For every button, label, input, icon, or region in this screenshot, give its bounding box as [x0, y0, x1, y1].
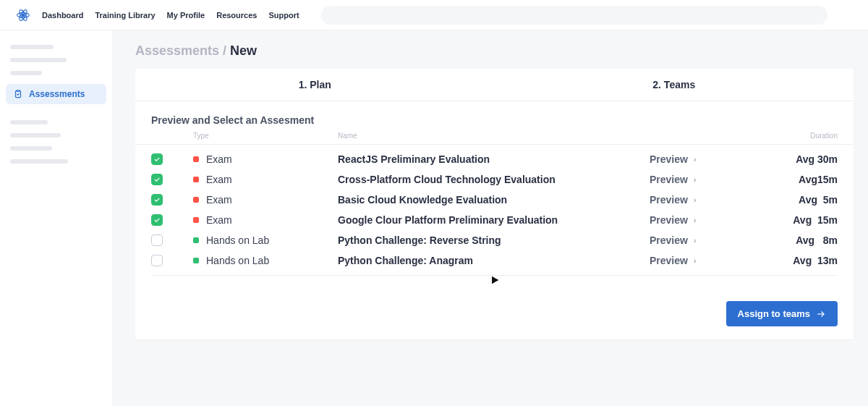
main-content: Assessments / New 1. Plan 2. Teams Previ…: [112, 30, 868, 406]
table-row: Hands on LabPython Challenge: Reverse St…: [135, 230, 854, 250]
row-preview-link[interactable]: Preview›: [650, 214, 765, 226]
step-teams[interactable]: 2. Teams: [495, 69, 854, 101]
svg-point-0: [22, 14, 25, 17]
chevron-right-icon: ›: [694, 216, 696, 224]
col-header-type: Type: [193, 132, 338, 140]
arrow-right-icon: [816, 309, 826, 319]
row-duration: Avg 13m: [765, 255, 838, 266]
sidebar-item-label: Assessments: [29, 89, 85, 99]
row-name: Python Challenge: Anagram: [338, 255, 650, 266]
col-header-name: Name: [338, 132, 650, 140]
atom-icon: [16, 8, 30, 22]
table-row: Hands on LabPython Challenge: AnagramPre…: [135, 250, 854, 271]
chevron-right-icon: ›: [694, 237, 696, 245]
lab-type-icon: [193, 237, 199, 243]
top-bar: Dashboard Training Library My Profile Re…: [0, 0, 868, 30]
breadcrumb: Assessments / New: [135, 43, 854, 59]
row-checkbox[interactable]: [151, 234, 163, 246]
row-duration: Avg 30m: [765, 153, 838, 165]
nav-my-profile[interactable]: My Profile: [167, 11, 205, 20]
nav-training-library[interactable]: Training Library: [95, 11, 155, 20]
section-title: Preview and Select an Assesment: [135, 101, 854, 132]
play-cursor-icon: [135, 274, 854, 289]
sidebar-skeleton: [10, 159, 68, 164]
table-row: ExamBasic Cloud Knowledge EvaluationPrev…: [135, 190, 854, 210]
row-preview-link[interactable]: Preview›: [650, 234, 765, 246]
row-name: Python Challenge: Reverse String: [338, 234, 650, 246]
sidebar: Assessments: [0, 30, 112, 406]
brand-logo: [13, 5, 33, 25]
row-preview-link[interactable]: Preview›: [650, 194, 765, 206]
sidebar-skeleton: [10, 45, 54, 49]
breadcrumb-current: New: [230, 43, 257, 58]
chevron-right-icon: ›: [694, 196, 696, 204]
row-checkbox[interactable]: [151, 214, 163, 226]
wizard-steps: 1. Plan 2. Teams: [135, 69, 854, 101]
nav-dashboard[interactable]: Dashboard: [42, 11, 83, 20]
row-name: Basic Cloud Knowledge Evaluation: [338, 194, 650, 206]
sidebar-skeleton: [10, 146, 52, 151]
row-checkbox[interactable]: [151, 153, 163, 165]
row-preview-link[interactable]: Preview›: [650, 255, 765, 266]
row-type-label: Exam: [206, 194, 232, 206]
assign-to-teams-button[interactable]: Assign to teams: [726, 301, 838, 326]
row-checkbox[interactable]: [151, 174, 163, 185]
col-header-duration: Duration: [765, 132, 838, 140]
sidebar-skeleton: [10, 58, 67, 62]
assessment-card: 1. Plan 2. Teams Preview and Select an A…: [135, 69, 854, 339]
row-checkbox[interactable]: [151, 194, 163, 206]
table-row: ExamCross-Platform Cloud Technology Eval…: [135, 169, 854, 190]
step-plan[interactable]: 1. Plan: [135, 69, 495, 101]
clipboard-check-icon: [13, 89, 23, 99]
table-row: ExamReactJS Preliminary EvaluationPrevie…: [135, 149, 854, 169]
sidebar-skeleton: [10, 133, 61, 138]
exam-type-icon: [193, 156, 199, 162]
nav-support[interactable]: Support: [268, 11, 299, 20]
primary-button-label: Assign to teams: [738, 308, 810, 319]
sidebar-item-assessments[interactable]: Assessments: [6, 84, 106, 104]
breadcrumb-parent[interactable]: Assessments /: [135, 43, 230, 58]
sidebar-skeleton: [10, 71, 42, 75]
table-body: ExamReactJS Preliminary EvaluationPrevie…: [135, 145, 854, 271]
row-type-label: Exam: [206, 174, 232, 185]
row-type-label: Hands on Lab: [206, 234, 269, 246]
table-header: Type Name Duration: [135, 132, 854, 145]
row-duration: Avg 5m: [765, 194, 838, 206]
row-duration: Avg 8m: [765, 234, 838, 246]
top-nav: Dashboard Training Library My Profile Re…: [42, 11, 299, 20]
row-type-label: Hands on Lab: [206, 255, 269, 266]
row-duration: Avg15m: [765, 174, 838, 185]
card-actions: Assign to teams: [135, 289, 854, 339]
lab-type-icon: [193, 258, 199, 263]
row-checkbox[interactable]: [151, 255, 163, 266]
row-preview-link[interactable]: Preview›: [650, 153, 765, 165]
search-input[interactable]: [321, 6, 827, 25]
nav-resources[interactable]: Resources: [216, 11, 257, 20]
row-type-label: Exam: [206, 153, 232, 165]
row-name: Cross-Platform Cloud Technology Evaluati…: [338, 174, 650, 185]
row-preview-link[interactable]: Preview›: [650, 174, 765, 185]
row-duration: Avg 15m: [765, 214, 838, 226]
chevron-right-icon: ›: [694, 176, 696, 184]
table-row: ExamGoogle Clour Platform Preliminary Ev…: [135, 210, 854, 230]
chevron-right-icon: ›: [694, 156, 696, 164]
row-name: ReactJS Preliminary Evaluation: [338, 153, 650, 165]
row-type-label: Exam: [206, 214, 232, 226]
exam-type-icon: [193, 197, 199, 203]
exam-type-icon: [193, 177, 199, 182]
chevron-right-icon: ›: [694, 257, 696, 265]
row-name: Google Clour Platform Preliminary Evalua…: [338, 214, 650, 226]
sidebar-skeleton: [10, 120, 48, 124]
exam-type-icon: [193, 217, 199, 223]
